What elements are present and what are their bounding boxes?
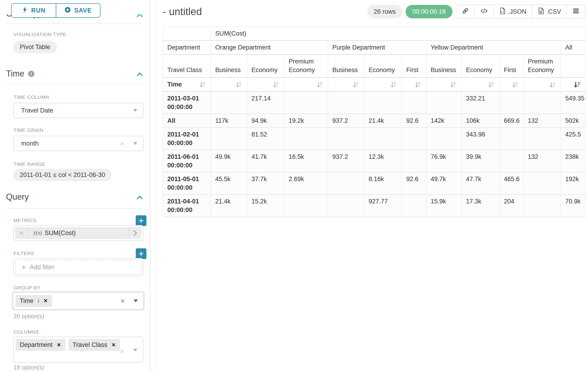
pivot-value-cell: 937.2 bbox=[328, 150, 364, 172]
metric-chip[interactable]: × ƒ(x) SUM(Cost) bbox=[15, 227, 142, 239]
sort-desc-icon[interactable] bbox=[565, 81, 581, 89]
remove-chip-icon[interactable]: ✕ bbox=[57, 342, 61, 348]
sort-icon[interactable] bbox=[431, 81, 457, 89]
add-metric-button[interactable]: + bbox=[136, 215, 147, 226]
time-range-pill[interactable]: 2011-01-01 ≤ col < 2011-06-30 bbox=[13, 169, 112, 181]
sort-cell[interactable] bbox=[462, 78, 499, 92]
time-grain-label: TIME GRAIN bbox=[13, 128, 43, 133]
sort-icon[interactable] bbox=[252, 81, 280, 89]
chart-title[interactable]: - untitled bbox=[163, 6, 202, 17]
sort-cell[interactable] bbox=[426, 78, 462, 92]
run-button[interactable]: RUN bbox=[12, 4, 56, 17]
view-query-button[interactable] bbox=[474, 5, 494, 18]
pivot-value-cell: 37.7k bbox=[247, 172, 284, 195]
hamburger-icon bbox=[573, 8, 579, 15]
sort-cell[interactable] bbox=[328, 78, 364, 92]
pivot-value-cell: 12.3k bbox=[364, 150, 402, 172]
column-subheader: Economy bbox=[462, 55, 499, 78]
group-by-chip-time[interactable]: Time i ✕ bbox=[16, 295, 52, 307]
visualization-type-pill[interactable]: Pivot Table bbox=[13, 41, 57, 53]
column-group-header: Yellow Department bbox=[426, 41, 561, 55]
sort-icon[interactable] bbox=[199, 81, 206, 89]
divider bbox=[6, 84, 143, 84]
group-by-label: GROUP BY bbox=[13, 285, 40, 291]
sort-cell-sorted[interactable] bbox=[561, 78, 586, 92]
sort-icon[interactable] bbox=[528, 81, 556, 89]
chevron-down-icon[interactable] bbox=[133, 142, 137, 145]
pivot-value-cell: 47.7k bbox=[462, 172, 499, 195]
pivot-value-cell: 238k bbox=[561, 150, 586, 172]
remove-chip-icon[interactable]: ✕ bbox=[43, 298, 48, 304]
pivot-value-cell bbox=[523, 92, 561, 114]
code-icon bbox=[480, 8, 488, 16]
sort-cell[interactable] bbox=[523, 78, 561, 92]
time-column-select[interactable]: Travel Date bbox=[13, 103, 143, 118]
column-subheader: First bbox=[402, 55, 426, 78]
divider bbox=[6, 23, 143, 24]
sort-icon[interactable] bbox=[466, 81, 495, 89]
sort-icon[interactable] bbox=[504, 81, 519, 89]
add-filter-plus-button[interactable]: + bbox=[136, 248, 147, 259]
pivot-value-cell: 217.14 bbox=[247, 92, 284, 114]
time-section-collapse-icon[interactable] bbox=[136, 71, 143, 78]
chevron-down-icon[interactable] bbox=[133, 109, 137, 112]
chevron-down-icon[interactable] bbox=[134, 299, 138, 302]
clear-icon[interactable]: × bbox=[120, 297, 125, 305]
pivot-value-cell: 19.2k bbox=[284, 114, 328, 128]
chevron-right-icon[interactable] bbox=[128, 227, 142, 239]
add-filter-button[interactable]: + Add filter bbox=[15, 260, 142, 274]
clear-icon[interactable]: × bbox=[120, 139, 124, 147]
group-by-options-count: 20 option(s) bbox=[13, 313, 44, 320]
remove-metric-icon[interactable]: × bbox=[15, 227, 28, 239]
row-label: 2011-05-01 00:00:00 bbox=[163, 172, 211, 195]
query-timer-badge: 00:00:00.18 bbox=[406, 5, 453, 18]
sort-cell[interactable] bbox=[364, 78, 402, 92]
columns-options-count: 19 option(s) bbox=[13, 364, 44, 371]
pivot-value-cell bbox=[364, 92, 402, 114]
sort-cell[interactable] bbox=[211, 78, 247, 92]
row-axis-time-label: Time bbox=[163, 78, 211, 92]
export-csv-button[interactable]: .CSV bbox=[532, 5, 567, 18]
save-button[interactable]: SAVE bbox=[56, 4, 100, 17]
column-subheader: Business bbox=[426, 55, 462, 78]
function-icon: ƒ(x) bbox=[33, 230, 42, 236]
lightning-icon bbox=[22, 7, 28, 15]
columns-chip-travel-class[interactable]: Travel Class ✕ bbox=[69, 339, 120, 351]
info-icon[interactable]: i bbox=[28, 71, 34, 77]
copy-link-button[interactable] bbox=[456, 5, 474, 18]
row-axis-department-label: Department bbox=[163, 41, 211, 55]
pivot-value-cell bbox=[328, 195, 364, 217]
columns-label: COLUMNS bbox=[13, 329, 39, 335]
clear-icon[interactable]: × bbox=[120, 347, 124, 355]
visualization-type-label: VISUALIZATION TYPE bbox=[13, 32, 66, 37]
table-row: All117k94.9k19.2k937.221.4k92.6142k106k6… bbox=[163, 114, 586, 128]
sort-cell[interactable] bbox=[247, 78, 284, 92]
sort-icon[interactable] bbox=[369, 81, 398, 89]
column-info-icon[interactable]: i bbox=[38, 298, 39, 304]
sort-icon[interactable] bbox=[289, 81, 324, 89]
columns-select[interactable]: Department ✕ Travel Class ✕ × bbox=[13, 337, 143, 363]
query-section-collapse-icon[interactable] bbox=[136, 194, 143, 201]
pivot-value-cell: 192k bbox=[561, 172, 586, 195]
row-label: 2011-02-01 00:00:00 bbox=[163, 128, 211, 150]
sort-cell[interactable] bbox=[284, 78, 328, 92]
export-json-button[interactable]: .JSON bbox=[494, 5, 532, 18]
group-by-select[interactable]: Time i ✕ × bbox=[13, 292, 144, 310]
menu-button[interactable] bbox=[567, 5, 585, 18]
pivot-value-cell bbox=[402, 128, 426, 150]
chart-panel: - untitled 26 rows 00:00:00.18 bbox=[156, 0, 588, 372]
time-range-label: TIME RANGE bbox=[13, 161, 45, 167]
remove-chip-icon[interactable]: ✕ bbox=[112, 342, 116, 348]
sort-icon[interactable] bbox=[215, 81, 243, 89]
sort-icon[interactable] bbox=[332, 81, 360, 89]
chevron-down-icon[interactable] bbox=[133, 349, 137, 351]
sort-icon[interactable] bbox=[406, 81, 422, 89]
time-grain-select[interactable]: month × bbox=[13, 136, 143, 151]
sort-cell[interactable] bbox=[402, 78, 426, 92]
pivot-corner-cell bbox=[163, 27, 211, 41]
pivot-value-cell bbox=[328, 92, 364, 114]
columns-chip-department[interactable]: Department ✕ bbox=[16, 339, 65, 351]
row-label: 2011-03-01 00:00:00 bbox=[163, 92, 211, 114]
run-save-button-group: RUN SAVE bbox=[11, 3, 100, 18]
sort-cell[interactable] bbox=[499, 78, 523, 92]
